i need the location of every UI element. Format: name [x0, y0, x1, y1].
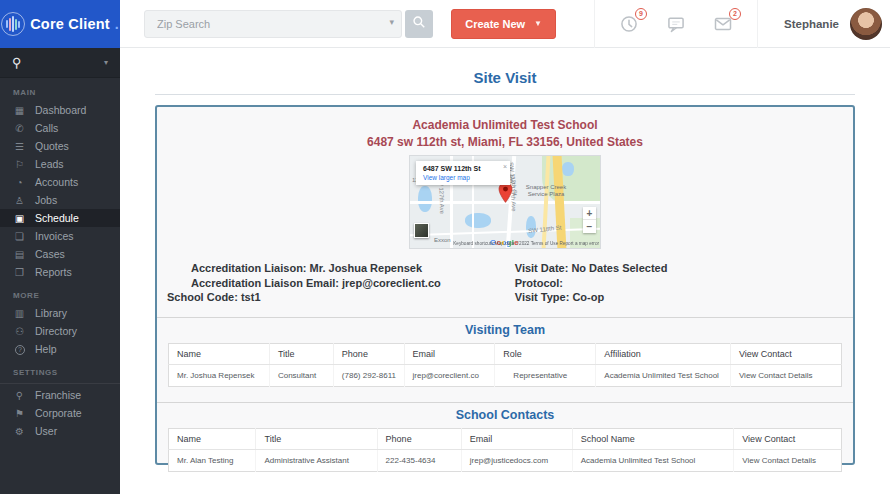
table-header-row: Name Title Phone Email School Name View …: [169, 428, 842, 449]
map-attribution[interactable]: Keyboard shortcuts Map data ©2022 Terms …: [453, 241, 599, 246]
flag-icon: ⚑: [13, 408, 26, 419]
document-icon: ❏: [13, 231, 26, 242]
sidebar-item-label: Help: [35, 343, 57, 355]
phone-icon: ✆: [13, 123, 26, 134]
sidebar: ⚲ ▾ MAIN ▦ Dashboard ✆ Calls ☰ Quotes ⚐ …: [0, 48, 120, 494]
sidebar-item-calls[interactable]: ✆ Calls: [0, 119, 120, 137]
zoom-in-button[interactable]: +: [583, 207, 596, 220]
sidebar-item-franchise[interactable]: ⚲ Franchise: [0, 386, 120, 404]
sidebar-item-corporate[interactable]: ⚑ Corporate: [0, 404, 120, 422]
sidebar-item-reports[interactable]: ❐ Reports: [0, 263, 120, 281]
column-header: Name: [169, 428, 256, 449]
map-pin-icon: ⚲: [13, 390, 26, 401]
protocol: Protocol:: [515, 276, 843, 291]
visiting-team-title: Visiting Team: [157, 318, 853, 343]
accreditation-liaison: Accreditation Liaison: Mr. Joshua Repens…: [167, 261, 512, 276]
sidebar-item-invoices[interactable]: ❏ Invoices: [0, 227, 120, 245]
sidebar-item-dashboard[interactable]: ▦ Dashboard: [0, 101, 120, 119]
search-icon: [412, 15, 426, 32]
report-icon: ❐: [13, 267, 26, 278]
map-water: [465, 213, 491, 228]
mail-badge: 2: [729, 8, 741, 20]
chevron-down-icon: ▾: [104, 58, 108, 67]
sidebar-item-user[interactable]: ⚙ User: [0, 422, 120, 440]
sidebar-item-schedule[interactable]: ▣ Schedule: [0, 209, 120, 227]
school-code: School Code: tst1: [167, 290, 512, 305]
school-address: 6487 sw 112th st, Miami, FL 33156, Unite…: [157, 135, 853, 149]
school-contacts-title: School Contacts: [157, 403, 853, 428]
sidebar-section-more: MORE: [0, 281, 120, 304]
cell-email: jrep@justicedocs.com: [461, 449, 572, 471]
sidebar-item-label: Accounts: [35, 176, 78, 188]
messages-button[interactable]: [666, 14, 686, 34]
brand-name: Core Client: [30, 16, 110, 32]
map-info-window: 6487 SW 112th St View larger map ×: [416, 161, 510, 185]
affiliation-link[interactable]: Academia Unlimited Test School: [596, 364, 731, 386]
app-logo[interactable]: Core Client.: [0, 0, 120, 48]
view-larger-map-link[interactable]: View larger map: [423, 174, 504, 181]
sidebar-item-leads[interactable]: ⚐ Leads: [0, 155, 120, 173]
user-name: Stephanie: [784, 18, 839, 30]
recent-activity-button[interactable]: 9: [619, 14, 639, 34]
sidebar-item-label: Reports: [35, 266, 72, 278]
chat-icon: [666, 20, 686, 37]
cell-email: jrep@coreclient.co: [404, 364, 495, 386]
zip-search-box: ▾: [144, 10, 402, 38]
school-name: Academia Unlimited Test School: [157, 118, 853, 132]
sidebar-item-help[interactable]: ? Help: [0, 340, 120, 358]
zip-search-input[interactable]: [144, 10, 402, 38]
column-header: View Contact: [730, 343, 841, 364]
flag-icon: ⚐: [13, 159, 26, 170]
user-menu[interactable]: Stephanie: [784, 8, 882, 40]
map-marker-icon[interactable]: [498, 182, 513, 207]
google-map-embed[interactable]: 12th St SW 112th St SW 117th Ave W 127th…: [410, 156, 600, 248]
sidebar-item-quotes[interactable]: ☰ Quotes: [0, 137, 120, 155]
view-contact-details-link[interactable]: View Contact Details: [734, 449, 842, 471]
column-header: Role: [495, 343, 596, 364]
mail-button[interactable]: 2: [713, 14, 733, 34]
sidebar-item-cases[interactable]: ▤ Cases: [0, 245, 120, 263]
column-header: Phone: [333, 343, 404, 364]
close-icon[interactable]: ×: [503, 163, 507, 170]
column-header: Title: [256, 428, 377, 449]
zoom-out-button[interactable]: −: [583, 220, 596, 233]
envelope-icon: [713, 20, 733, 37]
sidebar-item-label: Cases: [35, 248, 65, 260]
sidebar-item-label: Dashboard: [35, 104, 86, 116]
sidebar-item-label: Corporate: [35, 407, 82, 419]
sidebar-item-library[interactable]: ▥ Library: [0, 304, 120, 322]
map-street-label: W 127th Ave: [438, 180, 445, 214]
table-row: Mr. Alan Testing Administrative Assistan…: [169, 449, 842, 471]
avatar[interactable]: [850, 8, 882, 40]
title-divider: [155, 94, 855, 95]
topbar: ▾ Create New ▼ 9 2: [120, 0, 890, 48]
column-header: Phone: [377, 428, 461, 449]
street-view-thumbnail[interactable]: [414, 223, 429, 238]
column-header: Email: [461, 428, 572, 449]
location-selector[interactable]: ⚲ ▾: [0, 48, 120, 78]
sidebar-item-accounts[interactable]: ◔ Accounts: [0, 173, 120, 191]
sidebar-item-directory[interactable]: ⚇ Directory: [0, 322, 120, 340]
sidebar-item-label: User: [35, 425, 57, 437]
visiting-team-section: Visiting Team Name Title Phone Email Rol…: [157, 317, 853, 387]
clock-icon: [619, 20, 639, 37]
search-chevron-down-icon[interactable]: ▾: [389, 17, 394, 27]
map-info-title: 6487 SW 112th St: [423, 165, 504, 172]
stack-icon: ▤: [13, 249, 26, 260]
sidebar-item-jobs[interactable]: ♙ Jobs: [0, 191, 120, 209]
view-contact-details-link[interactable]: View Contact Details: [730, 364, 841, 386]
sidebar-section-settings: SETTINGS: [0, 358, 120, 381]
map-zoom-controls: + −: [583, 207, 596, 233]
brand-dot: .: [115, 16, 119, 32]
create-new-button[interactable]: Create New ▼: [451, 9, 556, 39]
sidebar-item-label: Quotes: [35, 140, 69, 152]
calendar-icon: ▣: [13, 213, 26, 224]
column-header: School Name: [572, 428, 734, 449]
book-icon: ▥: [13, 308, 26, 319]
visit-details: Accreditation Liaison: Mr. Joshua Repens…: [157, 261, 853, 305]
search-button[interactable]: [405, 10, 433, 38]
sidebar-divider: ⚲ Franchise ⚑ Corporate ⚙ User: [0, 383, 120, 440]
dashboard-icon: ▦: [13, 105, 26, 116]
brand-waveform-icon: [1, 12, 25, 36]
column-header: Affiliation: [596, 343, 731, 364]
